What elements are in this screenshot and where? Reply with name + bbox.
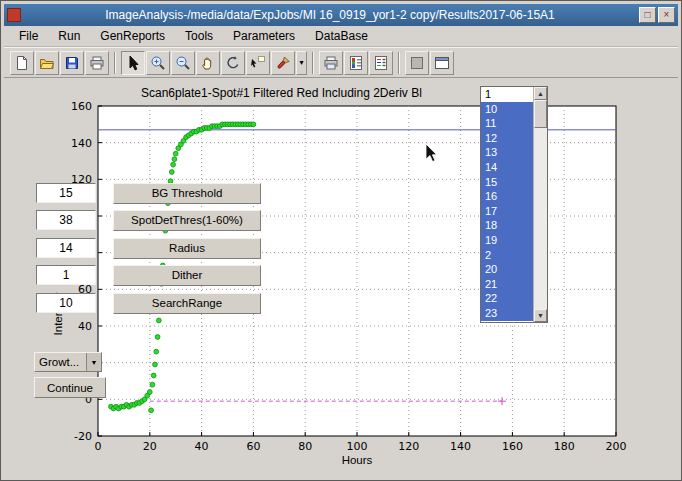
select-cursor-icon[interactable] [121,51,145,75]
toolbar-separator [312,52,314,74]
growth-chart: 020406080100120140160180200-200204060801… [1,79,682,481]
close-button[interactable]: × [658,7,675,23]
svg-text:40: 40 [195,440,209,453]
insert-colorbar-icon[interactable] [344,51,368,75]
spot-list-item[interactable]: 23 [481,306,533,321]
spot-list-item[interactable]: 10 [481,102,533,117]
bg-threshold-input[interactable] [36,183,96,203]
x-axis-label: Hours [98,454,616,466]
print-icon[interactable] [85,51,109,75]
spot-list-item[interactable]: 11 [481,116,533,131]
menu-database[interactable]: DataBase [306,27,377,45]
print-figure-icon[interactable] [319,51,343,75]
svg-text:0: 0 [95,440,102,453]
toolbar-separator [114,52,116,74]
svg-text:140: 140 [450,440,471,453]
spot-list-item[interactable]: 13 [481,145,533,160]
spotdetthres-input[interactable] [36,210,96,230]
data-cursor-icon[interactable] [246,51,270,75]
y-axis-label: Intensity [52,274,66,354]
spot-list-item[interactable]: 12 [481,131,533,146]
zoom-out-icon[interactable] [171,51,195,75]
app-window: ImageAnalysis-/media/data/ExpJobs/MI 16_… [0,0,682,481]
toolbar: ▾ [4,47,678,78]
spot-list-item[interactable]: 16 [481,189,533,204]
svg-text:80: 80 [298,440,312,453]
searchrange-input[interactable] [36,293,96,313]
scroll-up-icon[interactable]: ▲ [534,87,547,100]
spot-list-item[interactable]: 15 [481,175,533,190]
continue-button[interactable]: Continue [34,377,106,398]
spot-list-item[interactable]: 1 [481,87,533,102]
spot-list-item[interactable]: 19 [481,233,533,248]
scroll-down-icon[interactable]: ▼ [534,309,547,322]
window-controls: □ × [639,7,675,23]
bg-threshold-label[interactable]: BG Threshold [113,183,261,204]
brush-icon[interactable] [271,51,295,75]
titlebar[interactable]: ImageAnalysis-/media/data/ExpJobs/MI 16_… [4,4,678,26]
maximize-button[interactable]: □ [639,7,656,23]
growth-popup[interactable]: Growt... ▼ [34,352,102,372]
spot-list-items: 110111213141516171819220212223 [481,87,533,322]
growth-popup-label: Growt... [39,356,79,368]
spot-list[interactable]: 110111213141516171819220212223 ▲ ▼ [480,86,548,323]
window-tiles-icon[interactable] [430,51,454,75]
svg-text:60: 60 [246,440,260,453]
open-folder-icon[interactable] [35,51,59,75]
svg-text:180: 180 [554,440,575,453]
spot-list-item[interactable]: 2 [481,248,533,263]
zoom-in-icon[interactable] [146,51,170,75]
dither-input[interactable] [36,265,96,285]
spotdetthres-label[interactable]: SpotDetThres(1-60%) [113,210,261,231]
spot-list-item[interactable]: 21 [481,277,533,292]
menu-parameters[interactable]: Parameters [224,27,304,45]
menu-tools[interactable]: Tools [176,27,222,45]
insert-legend-icon[interactable] [369,51,393,75]
svg-text:40: 40 [78,320,92,333]
radius-label[interactable]: Radius [113,238,261,259]
dither-label[interactable]: Dither [113,265,261,286]
spot-list-item[interactable]: 17 [481,204,533,219]
mouse-cursor [425,143,443,167]
searchrange-label[interactable]: SearchRange [113,293,261,314]
svg-text:200: 200 [606,440,627,453]
spot-list-item[interactable]: 20 [481,262,533,277]
menu-file[interactable]: File [10,27,47,45]
spot-list-item[interactable]: 18 [481,218,533,233]
spot-list-item[interactable]: 22 [481,291,533,306]
svg-text:-20: -20 [74,430,92,443]
svg-text:20: 20 [143,440,157,453]
pan-hand-icon[interactable] [196,51,220,75]
menu-run[interactable]: Run [49,27,89,45]
menu-genreports[interactable]: GenReports [91,27,174,45]
radius-input[interactable] [36,238,96,258]
toolbar-separator [398,52,400,74]
svg-text:100: 100 [347,440,368,453]
chevron-down-icon[interactable]: ▼ [86,353,101,371]
menubar: File Run GenReports Tools Parameters Dat… [4,26,678,47]
figure-area: 020406080100120140160180200-200204060801… [1,79,681,480]
spot-list-item[interactable]: 14 [481,160,533,175]
save-icon[interactable] [60,51,84,75]
brush-dropdown-arrow-icon[interactable]: ▾ [296,51,307,75]
scrollbar-thumb[interactable] [534,100,547,128]
spot-list-scrollbar[interactable]: ▲ ▼ [533,87,547,322]
svg-text:160: 160 [71,100,92,113]
window-title: ImageAnalysis-/media/data/ExpJobs/MI 16_… [25,8,635,22]
new-document-icon[interactable] [10,51,34,75]
rotate-3d-icon[interactable] [221,51,245,75]
svg-text:140: 140 [71,137,92,150]
app-icon [7,8,21,22]
svg-text:160: 160 [502,440,523,453]
plain-square-icon[interactable] [405,51,429,75]
svg-text:120: 120 [398,440,419,453]
